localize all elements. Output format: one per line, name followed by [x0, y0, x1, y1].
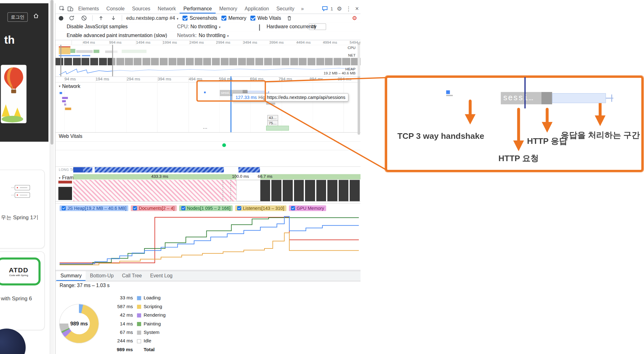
cpu-activity-block: [76, 50, 93, 53]
tab-security[interactable]: Security: [273, 3, 298, 13]
web-vitals-lane: [55, 141, 360, 150]
issues-icon[interactable]: [320, 4, 329, 13]
heap-lane-label: HEAP: [345, 67, 355, 71]
web-vitals-checkbox[interactable]: Web Vitals: [250, 15, 281, 21]
overview-tick: 1994 ms: [163, 40, 177, 44]
overview-tick: 2994 ms: [216, 40, 230, 44]
load-profile-icon[interactable]: [97, 14, 105, 23]
timeline-overview[interactable]: 494 ms 994 ms 1494 ms 1994 ms 2494 ms 29…: [55, 40, 360, 77]
partial-frames-region: [73, 180, 236, 201]
server-icon: [11, 182, 32, 204]
tab-performance[interactable]: Performance: [180, 3, 215, 13]
frame-filmstrip: [260, 180, 361, 201]
overview-tick: 4494 ms: [296, 40, 310, 44]
overview-unselected-region: [112, 45, 361, 77]
record-button[interactable]: [59, 16, 63, 20]
cpu-throttling-select[interactable]: No throttling▾: [190, 24, 220, 30]
network-request-bar[interactable]: [62, 100, 66, 102]
clear-icon[interactable]: [80, 14, 88, 23]
zoomed-request-bar: sessi…: [501, 92, 541, 104]
kebab-menu-icon[interactable]: ⋮: [346, 6, 351, 11]
ruler-tick: 694 ms: [250, 77, 264, 81]
summary-pane: 989 ms 33 msLoading 587 msScripting 42 m…: [55, 292, 360, 354]
long-task-bar[interactable]: [73, 167, 83, 172]
tab-bottom-up[interactable]: Bottom-Up: [86, 271, 118, 281]
settings-gear-icon[interactable]: ⚙: [337, 6, 342, 11]
listeners-line: [60, 233, 359, 265]
nodes-toggle[interactable]: Nodes[1 095 – 2 166]: [179, 205, 233, 211]
garbage-collect-icon[interactable]: [285, 14, 293, 23]
network-request-bar[interactable]: [266, 103, 275, 105]
login-button[interactable]: 로그인: [8, 12, 28, 22]
long-tasks-track[interactable]: LONG TASKS: [55, 166, 360, 174]
timeline-ruler[interactable]: 94 ms 194 ms 294 ms 394 ms 494 ms 594 ms…: [55, 76, 360, 83]
network-request-bar[interactable]: [62, 97, 68, 99]
memory-checkbox[interactable]: Memory: [221, 15, 246, 21]
scripting-swatch: [137, 305, 141, 309]
gpu-memory-toggle[interactable]: GPU Memory: [289, 205, 326, 211]
course-thumbnail-partial[interactable]: [0, 329, 26, 354]
web-vitals-marker[interactable]: [222, 143, 226, 147]
network-label: Network:: [177, 32, 197, 38]
zoomed-playhead: [525, 77, 526, 108]
issues-count[interactable]: 1: [330, 6, 333, 11]
network-track[interactable]: ▾Network sessi… 127.33 msHighttps://edu.…: [55, 82, 360, 133]
tab-application[interactable]: Application: [241, 3, 273, 13]
screenshots-checkbox[interactable]: Screenshots: [183, 15, 217, 21]
tab-sources[interactable]: Sources: [128, 3, 154, 13]
close-devtools-icon[interactable]: ×: [355, 5, 359, 12]
selection-handle-left[interactable]: [60, 45, 61, 77]
history-dropdown[interactable]: edu.nextstep.camp #4▾: [126, 15, 178, 21]
ruler-tick: 394 ms: [158, 77, 171, 81]
balloon-illustration: [1, 65, 27, 123]
long-task-bar[interactable]: [83, 167, 92, 172]
more-tabs-button[interactable]: »: [298, 6, 307, 11]
device-toolbar-icon[interactable]: [66, 4, 75, 13]
cpu-lane-label: CPU: [348, 46, 356, 50]
collapse-triangle-icon[interactable]: ▾: [59, 84, 60, 88]
hardware-concurrency-checkbox[interactable]: [259, 24, 260, 31]
network-request-bar[interactable]: [65, 108, 71, 110]
hardware-concurrency-input[interactable]: 16: [309, 24, 326, 30]
tab-summary[interactable]: Summary: [56, 271, 86, 281]
capture-settings-gear-icon[interactable]: ⚙: [352, 15, 357, 21]
course-card[interactable]: [0, 170, 45, 248]
memory-counter-toggles: JS Heap[19.2 MB – 40.6 MB] Documents[2 –…: [55, 203, 360, 213]
frames-track[interactable]: ▾Frames 433.3 ms 100.0 ms 66.7 ms: [55, 174, 360, 202]
tab-network[interactable]: Network: [154, 3, 180, 13]
tab-console[interactable]: Console: [103, 3, 128, 13]
page-scrollbar-thumb[interactable]: [51, 0, 53, 144]
inspect-element-icon[interactable]: [58, 4, 66, 13]
response-processing-label: 응답을 처리하는 구간: [558, 130, 643, 141]
network-request-bar[interactable]: [64, 103, 66, 106]
tab-call-tree[interactable]: Call Tree: [118, 271, 146, 281]
tab-memory[interactable]: Memory: [215, 3, 241, 13]
network-throttling-select[interactable]: No throttling▾: [199, 32, 229, 38]
idle-frame-region: [236, 180, 260, 201]
long-task-bar[interactable]: [95, 167, 224, 172]
tab-event-log[interactable]: Event Log: [146, 271, 176, 281]
devtools-panel: Elements Console Sources Network Perform…: [55, 3, 360, 354]
save-profile-icon[interactable]: [109, 14, 117, 23]
documents-toggle[interactable]: Documents[2 – 4]: [131, 205, 177, 211]
network-request-bar[interactable]: [60, 92, 62, 94]
track-resize-handle[interactable]: ⋯: [203, 126, 208, 131]
timeline-playhead[interactable]: [230, 76, 231, 132]
tooltip-url: https://edu.nextstep.camp/api/sessions: [267, 95, 346, 100]
memory-counters-chart[interactable]: [55, 212, 360, 270]
tcp-handshake-label: TCP 3 way handshake: [397, 131, 484, 141]
zoomed-queue-stub: [446, 95, 453, 96]
network-request-bar[interactable]: [266, 126, 289, 131]
settings-row-1: Disable JavaScript samples CPU: No throt…: [55, 23, 360, 32]
web-vitals-track[interactable]: Web Vitals: [55, 132, 360, 167]
collapse-triangle-icon[interactable]: ▾: [59, 176, 60, 180]
listeners-toggle[interactable]: Listeners[143 – 310]: [235, 205, 286, 211]
long-task-bar[interactable]: [238, 167, 260, 172]
reload-and-record-icon[interactable]: [68, 14, 76, 23]
course-title-partial: 우는 Spring 1기: [1, 214, 39, 221]
tab-elements[interactable]: Elements: [75, 3, 103, 13]
selection-handle-right[interactable]: [112, 45, 113, 77]
home-icon[interactable]: [33, 13, 39, 19]
js-heap-toggle[interactable]: JS Heap[19.2 MB – 40.6 MB]: [60, 205, 129, 211]
page-scrollbar[interactable]: [50, 0, 54, 354]
